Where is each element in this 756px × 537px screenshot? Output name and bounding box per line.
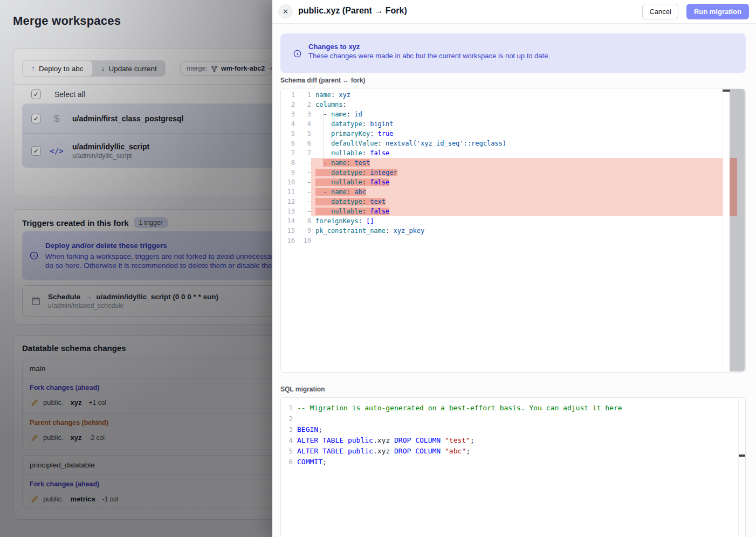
banner-title: Changes to xyz [308, 43, 360, 51]
diff-line: 10− nullable: false [281, 177, 723, 187]
diff-line: 11− - name: abc [281, 187, 723, 197]
sql-line: 2 [281, 414, 738, 424]
schema-diff-label: Schema diff (parent ↔ fork) [280, 77, 365, 84]
diff-removed-marker [730, 158, 737, 216]
diff-scrollbar[interactable] [730, 89, 745, 371]
sql-line: 4ALTER TABLE public.xyz DROP COLUMN "tes… [281, 435, 738, 446]
close-button[interactable]: ✕ [278, 4, 293, 19]
banner-description: These changes were made in abc but the c… [308, 52, 550, 60]
diff-line: 12− datatype: text [281, 197, 723, 206]
diff-line: 159pk_constraint_name: xyz_pkey [281, 226, 723, 236]
sql-line: 3BEGIN; [281, 424, 738, 435]
diff-line: 55 primaryKey: true [281, 129, 723, 139]
diff-line: 8− - name: test [281, 158, 723, 168]
drawer-header: ✕ public.xyz (Parent → Fork) Cancel Run … [272, 0, 756, 24]
migration-drawer: ✕ public.xyz (Parent → Fork) Cancel Run … [272, 0, 756, 537]
sql-line: 6COMMIT; [281, 457, 738, 467]
diff-line: 66 defaultValue: nextval('xyz_id_seq'::r… [281, 139, 723, 148]
diff-line: 77 nullable: false [281, 148, 723, 158]
sql-migration-label: SQL migration [280, 385, 325, 393]
diff-line: 22columns: [281, 100, 723, 109]
drawer-backdrop[interactable] [0, 0, 272, 537]
sql-line: 1-- Migration is auto-generated on a bes… [281, 403, 738, 414]
divider [723, 88, 723, 372]
sql-migration-editor[interactable]: 1-- Migration is auto-generated on a bes… [280, 397, 746, 537]
overview-cursor-mark [739, 455, 745, 457]
indent-guide [323, 109, 324, 158]
diff-line: 13− nullable: false [281, 206, 723, 216]
cancel-button[interactable]: Cancel [642, 4, 678, 19]
diff-line: 1610 [281, 236, 723, 245]
drawer-title: public.xyz (Parent → Fork) [298, 6, 407, 16]
divider [738, 398, 739, 537]
schema-diff-editor[interactable]: 11name: xyz22columns:33 - name: id44 dat… [280, 88, 746, 373]
diff-line: 33 - name: id [281, 109, 723, 119]
run-migration-button[interactable]: Run migration [686, 4, 749, 19]
overview-cursor-mark [723, 90, 730, 92]
diff-line: 148foreignKeys: [] [281, 216, 723, 226]
changes-banner: Changes to xyz These changes were made i… [280, 33, 746, 73]
close-icon: ✕ [283, 8, 288, 16]
diff-line: 9− datatype: integer [281, 168, 723, 177]
diff-line: 44 datatype: bigint [281, 119, 723, 129]
sql-line: 5ALTER TABLE public.xyz DROP COLUMN "abc… [281, 446, 738, 457]
info-icon [293, 50, 301, 58]
diff-line: 11name: xyz [281, 90, 723, 100]
